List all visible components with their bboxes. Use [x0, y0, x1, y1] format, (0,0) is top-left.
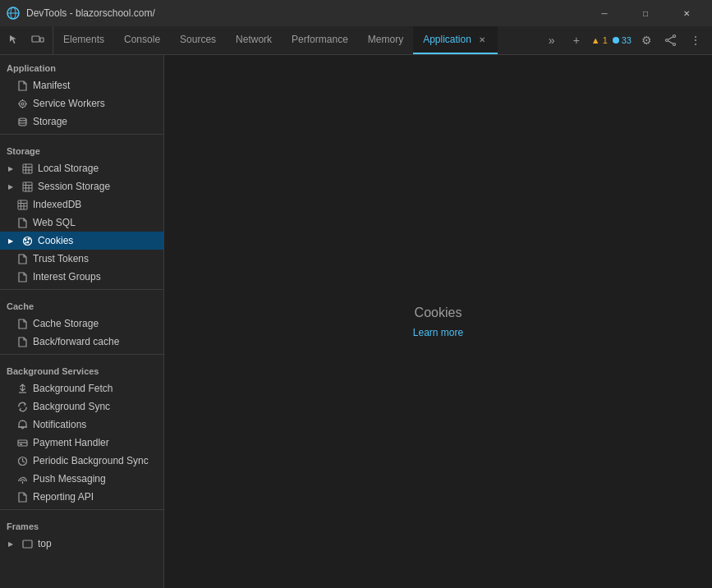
interest-groups-icon: [16, 271, 28, 283]
warning-badge: ▲ 1: [591, 35, 608, 45]
divider-4: [0, 509, 163, 510]
local-storage-icon: [21, 163, 33, 174]
section-frames-header: Frames: [0, 513, 163, 535]
svg-point-16: [19, 118, 26, 121]
main-area: Application Manifest: [0, 55, 712, 588]
svg-rect-17: [23, 164, 32, 173]
svg-point-32: [23, 237, 31, 245]
local-storage-expand-icon: ▶: [5, 163, 16, 174]
sidebar: Application Manifest: [0, 55, 164, 588]
section-storage-header: Storage: [0, 138, 163, 159]
svg-rect-22: [23, 182, 32, 191]
nav-session-storage[interactable]: ▶ Session Storage: [0, 177, 163, 195]
svg-point-11: [21, 103, 24, 105]
frames-top-icon: [21, 538, 33, 549]
nav-push-messaging[interactable]: Push Messaging: [0, 470, 163, 488]
push-messaging-icon: [16, 473, 28, 485]
settings-icon[interactable]: ⚙: [636, 30, 656, 50]
section-application-header: Application: [0, 55, 163, 76]
add-tab-icon[interactable]: +: [567, 30, 586, 50]
nav-back-forward-cache[interactable]: Back/forward cache: [0, 333, 163, 351]
svg-line-9: [668, 41, 673, 44]
nav-local-storage[interactable]: ▶ Local Storage: [0, 159, 163, 177]
nav-web-sql[interactable]: Web SQL: [0, 214, 163, 232]
background-fetch-icon: [16, 383, 28, 394]
info-badge: 33: [613, 35, 632, 45]
cookies-placeholder: Cookies Learn more: [413, 305, 463, 338]
divider-1: [0, 134, 163, 135]
window-title: DevTools - blazorschool.com/: [26, 7, 579, 19]
manifest-icon: [16, 80, 28, 91]
periodic-background-sync-icon: [16, 455, 28, 466]
back-forward-cache-icon: [16, 336, 28, 347]
cookies-icon: [21, 235, 33, 246]
nav-reporting-api[interactable]: Reporting API: [0, 488, 163, 506]
svg-rect-27: [18, 200, 27, 209]
tab-performance[interactable]: Performance: [282, 26, 358, 54]
nav-background-fetch[interactable]: Background Fetch: [0, 379, 163, 397]
tab-sources[interactable]: Sources: [170, 26, 226, 54]
nav-notifications[interactable]: Notifications: [0, 416, 163, 434]
nav-interest-groups[interactable]: Interest Groups: [0, 268, 163, 286]
nav-service-workers[interactable]: Service Workers: [0, 94, 163, 113]
divider-2: [0, 289, 163, 290]
nav-background-sync[interactable]: Background Sync: [0, 397, 163, 416]
nav-payment-handler[interactable]: Payment Handler: [0, 434, 163, 452]
tab-memory[interactable]: Memory: [358, 26, 413, 54]
svg-rect-43: [20, 443, 22, 445]
section-cache-header: Cache: [0, 293, 163, 315]
tab-application[interactable]: Application ✕: [413, 26, 498, 54]
learn-more-link[interactable]: Learn more: [413, 327, 463, 338]
tab-application-close[interactable]: ✕: [476, 34, 488, 45]
svg-rect-3: [32, 36, 39, 42]
more-tabs-icon[interactable]: »: [542, 30, 562, 50]
service-workers-icon: [16, 98, 28, 109]
content-area: Cookies Learn more: [164, 55, 712, 588]
nav-cache-storage[interactable]: Cache Storage: [0, 315, 163, 333]
indexeddb-icon: [16, 199, 28, 210]
cache-storage-icon: [16, 318, 28, 329]
nav-manifest[interactable]: Manifest: [0, 76, 163, 94]
svg-point-35: [27, 241, 29, 243]
nav-trust-tokens[interactable]: Trust Tokens: [0, 250, 163, 268]
svg-rect-4: [40, 38, 44, 42]
svg-point-7: [673, 44, 676, 46]
nav-periodic-background-sync[interactable]: Periodic Background Sync: [0, 452, 163, 470]
cookies-expand-icon: ▶: [5, 235, 16, 246]
frames-top-expand-icon: ▶: [5, 538, 16, 549]
svg-point-10: [19, 100, 25, 107]
tab-bar: Elements Console Sources Network Perform…: [0, 26, 712, 55]
svg-point-34: [28, 238, 30, 240]
svg-rect-48: [23, 540, 32, 548]
nav-frames-top[interactable]: ▶ top: [0, 535, 163, 553]
divider-3: [0, 354, 163, 355]
svg-line-46: [22, 461, 25, 462]
storage-icon: [16, 116, 28, 127]
window-controls: ─ □ ✕: [586, 0, 705, 26]
cookies-title: Cookies: [415, 305, 462, 320]
nav-indexeddb[interactable]: IndexedDB: [0, 195, 163, 214]
svg-point-6: [666, 39, 668, 42]
share-icon[interactable]: [661, 30, 681, 50]
inspect-element-icon[interactable]: [5, 30, 25, 50]
customize-icon[interactable]: ⋮: [686, 30, 705, 50]
tabs-list: Elements Console Sources Network Perform…: [53, 26, 535, 54]
close-button[interactable]: ✕: [668, 0, 705, 26]
title-bar: DevTools - blazorschool.com/ ─ □ ✕: [0, 0, 712, 26]
device-toolbar-icon[interactable]: [28, 30, 48, 50]
tab-console[interactable]: Console: [114, 26, 170, 54]
devtools-panel-icons: [0, 26, 53, 54]
session-storage-expand-icon: ▶: [5, 181, 16, 192]
reporting-api-icon: [16, 491, 28, 503]
section-background-services-header: Background Services: [0, 358, 163, 379]
svg-point-36: [25, 242, 26, 243]
tab-network[interactable]: Network: [226, 26, 282, 54]
session-storage-icon: [21, 181, 33, 192]
svg-point-33: [25, 239, 26, 241]
nav-storage-app[interactable]: Storage: [0, 113, 163, 131]
tab-elements[interactable]: Elements: [53, 26, 114, 54]
minimize-button[interactable]: ─: [586, 0, 623, 26]
background-sync-icon: [16, 401, 28, 412]
nav-cookies[interactable]: ▶ Cookies: [0, 232, 163, 250]
maximize-button[interactable]: □: [627, 0, 664, 26]
